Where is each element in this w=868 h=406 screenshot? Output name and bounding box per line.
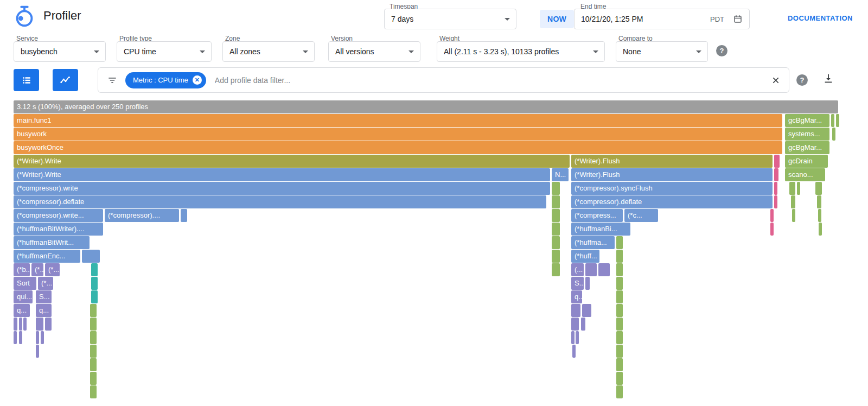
flame-frame[interactable]: (... [571, 263, 584, 276]
flame-frame[interactable] [774, 182, 777, 195]
flame-frame[interactable] [82, 250, 100, 263]
flame-frame[interactable] [616, 331, 623, 344]
timespan-dropdown[interactable]: 7 days [384, 9, 516, 29]
flame-frame[interactable] [14, 318, 17, 331]
flame-frame[interactable] [90, 372, 97, 385]
flame-frame[interactable]: (*Writer).Flush [571, 155, 773, 168]
end-time-value[interactable]: 10/21/20, 1:25 PM [581, 15, 706, 23]
flame-frame[interactable] [552, 209, 560, 222]
flame-frame[interactable]: N... [552, 168, 569, 181]
flame-frame[interactable] [36, 331, 39, 344]
flame-frame[interactable]: (*compress... [571, 209, 623, 222]
flame-frame[interactable]: scano... [785, 168, 825, 181]
flame-frame[interactable] [817, 195, 821, 208]
service-dropdown[interactable]: busybench [14, 41, 106, 62]
chip-remove-icon[interactable]: ✕ [193, 75, 202, 85]
flame-frame[interactable] [91, 263, 98, 276]
flame-frame[interactable] [797, 182, 800, 195]
flame-frame[interactable]: (*b... [14, 263, 30, 276]
profile-type-dropdown[interactable]: CPU time [117, 41, 212, 62]
flame-frame[interactable]: (*... [31, 263, 43, 276]
clear-filter-icon[interactable] [771, 76, 780, 85]
flame-frame[interactable] [90, 345, 97, 358]
flame-frame[interactable] [789, 182, 795, 195]
flame-frame[interactable] [585, 263, 597, 276]
flame-frame[interactable] [616, 304, 623, 317]
download-icon[interactable] [822, 73, 834, 87]
flame-frame[interactable] [616, 385, 623, 398]
flame-frame[interactable] [552, 236, 560, 249]
flame-frame[interactable] [819, 223, 822, 236]
profile-filter-input[interactable] [214, 75, 764, 85]
flame-frame[interactable]: main.func1 [14, 114, 782, 127]
flame-frame[interactable] [576, 331, 579, 344]
flame-frame[interactable] [552, 263, 560, 276]
documentation-link[interactable]: DOCUMENTATION [788, 14, 853, 22]
flame-frame[interactable] [91, 277, 98, 290]
flame-frame[interactable] [90, 318, 97, 331]
flame-frame[interactable] [90, 304, 97, 317]
flame-frame[interactable]: q... [36, 304, 52, 317]
flame-frame[interactable]: gcBgMar... [785, 141, 829, 154]
flame-frame[interactable] [598, 263, 610, 276]
flame-frame[interactable]: gcDrain [785, 155, 828, 168]
flame-frame[interactable] [19, 318, 22, 331]
flame-frame[interactable]: (*compressor).... [105, 209, 179, 222]
flame-frame[interactable] [552, 195, 560, 208]
flame-frame[interactable] [616, 290, 623, 303]
flame-frame[interactable]: (*compressor).write... [14, 209, 103, 222]
flame-frame[interactable] [616, 345, 623, 358]
flame-frame[interactable] [831, 114, 834, 127]
flame-frame[interactable] [90, 385, 97, 398]
flame-frame[interactable]: busyworkOnce [14, 141, 782, 154]
flame-frame[interactable] [616, 277, 623, 290]
flame-frame[interactable] [552, 182, 560, 195]
end-time-field[interactable]: 10/21/20, 1:25 PM PDT [574, 9, 750, 29]
flame-frame[interactable] [815, 182, 822, 195]
zone-dropdown[interactable]: All zones [222, 41, 315, 62]
flame-frame[interactable]: (*Writer).Write [14, 168, 550, 181]
flame-frame[interactable] [770, 209, 774, 222]
flame-frame[interactable] [90, 331, 97, 344]
flame-frame[interactable]: Sort [14, 277, 36, 290]
flame-frame[interactable]: (*huff... [571, 250, 599, 263]
calendar-icon[interactable] [733, 14, 743, 24]
help-icon-toolbar[interactable]: ? [796, 74, 808, 86]
flame-frame[interactable] [552, 223, 560, 236]
chart-view-button[interactable] [53, 69, 78, 91]
flame-frame[interactable] [19, 331, 22, 344]
flame-frame[interactable] [791, 195, 795, 208]
flame-frame[interactable] [91, 290, 98, 303]
flame-frame[interactable] [616, 263, 623, 276]
flame-frame[interactable]: (*huffmanBitWrit... [14, 236, 90, 249]
flame-frame[interactable] [41, 331, 44, 344]
flame-frame[interactable]: q... [571, 290, 582, 303]
flame-frame[interactable] [616, 236, 623, 249]
flame-frame[interactable] [832, 128, 835, 141]
flame-frame[interactable] [774, 195, 777, 208]
flame-frame[interactable] [572, 345, 576, 358]
flame-frame[interactable] [774, 168, 778, 181]
flame-frame[interactable]: q... [14, 304, 30, 317]
flame-frame[interactable] [552, 250, 560, 263]
version-dropdown[interactable]: All versions [328, 41, 420, 62]
flame-frame[interactable] [23, 318, 27, 331]
flame-frame[interactable] [585, 277, 590, 290]
help-icon[interactable]: ? [716, 45, 727, 56]
flame-frame[interactable] [36, 318, 43, 331]
list-view-button[interactable] [14, 69, 39, 91]
flame-frame[interactable] [14, 331, 17, 344]
flame-frame[interactable] [792, 209, 795, 222]
flame-frame[interactable]: (*Writer).Flush [571, 168, 773, 181]
flame-frame[interactable]: (*huffmanBi... [571, 223, 630, 236]
flame-frame[interactable] [571, 318, 579, 331]
flame-frame[interactable]: (*compressor).deflate [14, 195, 546, 208]
flame-frame[interactable]: S... [571, 277, 584, 290]
flame-frame[interactable]: busywork [14, 128, 782, 141]
flame-frame[interactable] [770, 223, 774, 236]
flame-frame[interactable] [582, 304, 591, 317]
flame-frame[interactable]: qui... [14, 290, 33, 303]
weight-dropdown[interactable]: All (2.11 s - 3.23 s), 10133 profiles [437, 41, 605, 62]
flame-frame[interactable]: (*c... [624, 209, 658, 222]
flame-frame[interactable] [571, 304, 580, 317]
